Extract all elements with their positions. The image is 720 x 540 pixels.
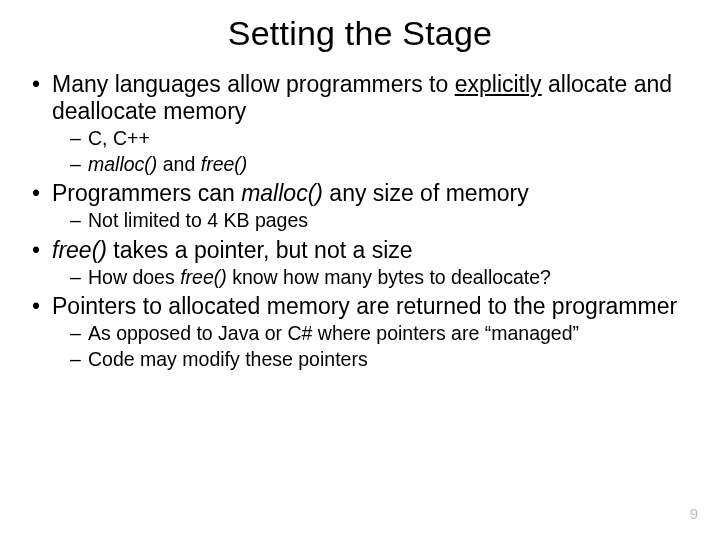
italic-text: malloc() [88, 153, 157, 175]
bullet-dot-icon: • [32, 293, 52, 320]
bullet-level2: – As opposed to Java or C# where pointer… [32, 322, 690, 345]
dash-icon: – [70, 153, 88, 176]
bullet-level2: – How does free() know how many bytes to… [32, 266, 690, 289]
bullet-dot-icon: • [32, 71, 52, 125]
bullet-level1: • Pointers to allocated memory are retur… [32, 293, 690, 320]
slide-title: Setting the Stage [30, 14, 690, 53]
bullet-text: malloc() and free() [88, 153, 247, 176]
dash-icon: – [70, 322, 88, 345]
bullet-level2: – Not limited to 4 KB pages [32, 209, 690, 232]
bullet-text: As opposed to Java or C# where pointers … [88, 322, 579, 345]
dash-icon: – [70, 127, 88, 150]
bullet-level2: – C, C++ [32, 127, 690, 150]
bullet-text: How does free() know how many bytes to d… [88, 266, 551, 289]
text: know how many bytes to deallocate? [227, 266, 551, 288]
bullet-level2: – malloc() and free() [32, 153, 690, 176]
bullet-text: free() takes a pointer, but not a size [52, 237, 690, 264]
dash-icon: – [70, 209, 88, 232]
bullet-dot-icon: • [32, 237, 52, 264]
bullet-dot-icon: • [32, 180, 52, 207]
bullet-level1: • Programmers can malloc() any size of m… [32, 180, 690, 207]
bullet-text: Programmers can malloc() any size of mem… [52, 180, 690, 207]
italic-text: free() [180, 266, 227, 288]
bullet-text: Many languages allow programmers to expl… [52, 71, 690, 125]
slide-content: • Many languages allow programmers to ex… [30, 71, 690, 371]
text: How does [88, 266, 180, 288]
bullet-text: Code may modify these pointers [88, 348, 368, 371]
underline-text: explicitly [455, 71, 542, 97]
bullet-text: C, C++ [88, 127, 150, 150]
text: Programmers can [52, 180, 241, 206]
slide: Setting the Stage • Many languages allow… [0, 0, 720, 540]
bullet-text: Not limited to 4 KB pages [88, 209, 308, 232]
bullet-text: Pointers to allocated memory are returne… [52, 293, 690, 320]
bullet-level2: – Code may modify these pointers [32, 348, 690, 371]
italic-text: free() [201, 153, 248, 175]
bullet-level1: • free() takes a pointer, but not a size [32, 237, 690, 264]
page-number: 9 [690, 505, 698, 522]
bullet-level1: • Many languages allow programmers to ex… [32, 71, 690, 125]
text: takes a pointer, but not a size [107, 237, 413, 263]
text: any size of memory [323, 180, 529, 206]
text: Many languages allow programmers to [52, 71, 455, 97]
italic-text: malloc() [241, 180, 323, 206]
dash-icon: – [70, 348, 88, 371]
italic-text: free() [52, 237, 107, 263]
dash-icon: – [70, 266, 88, 289]
text: and [157, 153, 200, 175]
